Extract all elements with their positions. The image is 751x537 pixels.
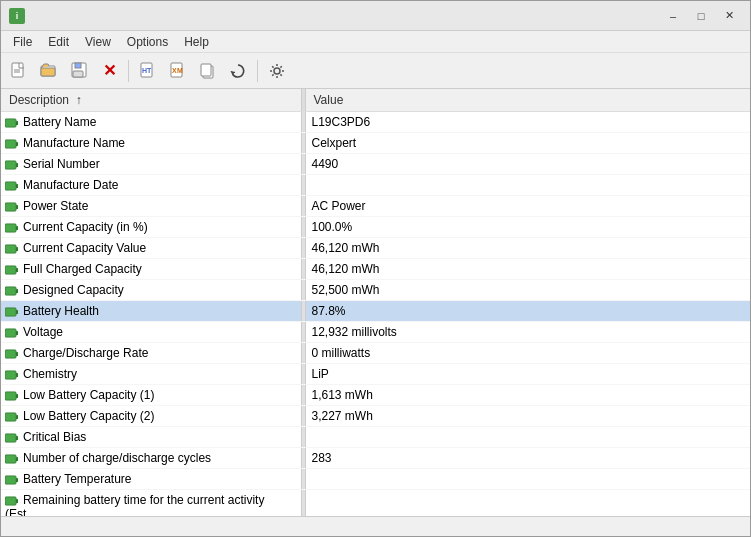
- svg-rect-70: [6, 477, 15, 483]
- table-row[interactable]: Critical Bias: [1, 427, 750, 448]
- svg-rect-45: [16, 310, 18, 314]
- svg-text:M: M: [177, 67, 183, 74]
- desc-cell: Current Capacity (in %): [1, 217, 301, 238]
- toolbar-refresh[interactable]: [224, 57, 252, 85]
- desc-text: Critical Bias: [23, 430, 86, 444]
- close-button[interactable]: ✕: [716, 6, 742, 26]
- value-cell: [305, 427, 750, 448]
- desc-cell: Manufacture Name: [1, 133, 301, 154]
- svg-rect-61: [6, 414, 15, 420]
- toolbar-export-html[interactable]: H T: [134, 57, 162, 85]
- svg-rect-60: [16, 415, 18, 419]
- battery-row-icon: [5, 157, 23, 171]
- desc-cell: Current Capacity Value: [1, 238, 301, 259]
- table-row[interactable]: Battery Health87.8%: [1, 301, 750, 322]
- table-row[interactable]: Manufacture Date: [1, 175, 750, 196]
- battery-row-icon: [5, 241, 23, 255]
- menu-view[interactable]: View: [77, 33, 119, 51]
- value-cell: 52,500 mWh: [305, 280, 750, 301]
- battery-row-icon: [5, 409, 23, 423]
- toolbar-delete[interactable]: ✕: [95, 57, 123, 85]
- menu-edit[interactable]: Edit: [40, 33, 77, 51]
- desc-text: Manufacture Name: [23, 136, 125, 150]
- desc-text: Current Capacity Value: [23, 241, 146, 255]
- table-row[interactable]: ChemistryLiP: [1, 364, 750, 385]
- battery-row-icon: [5, 367, 23, 381]
- battery-row-icon: [5, 346, 23, 360]
- table-row[interactable]: Charge/Discharge Rate0 milliwatts: [1, 343, 750, 364]
- svg-rect-58: [6, 393, 15, 399]
- col-header-value[interactable]: Value: [305, 89, 750, 112]
- battery-row-icon: [5, 472, 23, 486]
- toolbar-open[interactable]: [35, 57, 63, 85]
- desc-cell: Number of charge/discharge cycles: [1, 448, 301, 469]
- svg-rect-40: [6, 267, 15, 273]
- table-row[interactable]: Current Capacity (in %)100.0%: [1, 217, 750, 238]
- col-header-description[interactable]: Description ↑: [1, 89, 301, 112]
- toolbar-settings[interactable]: [263, 57, 291, 85]
- svg-rect-30: [16, 205, 18, 209]
- desc-text: Number of charge/discharge cycles: [23, 451, 211, 465]
- menu-options[interactable]: Options: [119, 33, 176, 51]
- svg-rect-49: [6, 330, 15, 336]
- table-row[interactable]: Serial Number4490: [1, 154, 750, 175]
- main-window: i – □ ✕ File Edit View Options Help: [0, 0, 751, 537]
- status-bar: [1, 516, 750, 536]
- table-row[interactable]: Designed Capacity52,500 mWh: [1, 280, 750, 301]
- desc-text: Serial Number: [23, 157, 100, 171]
- table-row[interactable]: Number of charge/discharge cycles283: [1, 448, 750, 469]
- table-row[interactable]: Current Capacity Value46,120 mWh: [1, 238, 750, 259]
- table-row[interactable]: Battery Temperature: [1, 469, 750, 490]
- value-cell: 4490: [305, 154, 750, 175]
- table-row[interactable]: Low Battery Capacity (1)1,613 mWh: [1, 385, 750, 406]
- svg-rect-69: [16, 478, 18, 482]
- desc-cell: Manufacture Date: [1, 175, 301, 196]
- svg-rect-46: [6, 309, 15, 315]
- desc-cell: Low Battery Capacity (2): [1, 406, 301, 427]
- toolbar-save[interactable]: [65, 57, 93, 85]
- toolbar-new[interactable]: [5, 57, 33, 85]
- svg-rect-54: [16, 373, 18, 377]
- svg-rect-57: [16, 394, 18, 398]
- table-row[interactable]: Power StateAC Power: [1, 196, 750, 217]
- table-row[interactable]: Low Battery Capacity (2)3,227 mWh: [1, 406, 750, 427]
- svg-rect-33: [16, 226, 18, 230]
- desc-text: Power State: [23, 199, 88, 213]
- desc-text: Battery Temperature: [23, 472, 132, 486]
- value-cell: LiP: [305, 364, 750, 385]
- table-row[interactable]: Full Charged Capacity46,120 mWh: [1, 259, 750, 280]
- battery-row-icon: [5, 430, 23, 444]
- table-row[interactable]: Battery NameL19C3PD6: [1, 112, 750, 133]
- table-row[interactable]: Manufacture NameCelxpert: [1, 133, 750, 154]
- menu-file[interactable]: File: [5, 33, 40, 51]
- window-controls: – □ ✕: [660, 6, 742, 26]
- value-cell: L19C3PD6: [305, 112, 750, 133]
- svg-rect-22: [6, 141, 15, 147]
- battery-row-icon: [5, 388, 23, 402]
- menu-bar: File Edit View Options Help: [1, 31, 750, 53]
- desc-text: Voltage: [23, 325, 63, 339]
- title-bar: i – □ ✕: [1, 1, 750, 31]
- svg-rect-6: [75, 63, 81, 68]
- maximize-button[interactable]: □: [688, 6, 714, 26]
- svg-rect-25: [6, 162, 15, 168]
- svg-rect-19: [6, 120, 15, 126]
- toolbar-copy[interactable]: [194, 57, 222, 85]
- value-cell: 100.0%: [305, 217, 750, 238]
- toolbar-separator-2: [257, 60, 258, 82]
- desc-text: Battery Health: [23, 304, 99, 318]
- battery-row-icon: [5, 325, 23, 339]
- menu-help[interactable]: Help: [176, 33, 217, 51]
- svg-rect-36: [16, 247, 18, 251]
- toolbar-export-xml[interactable]: X M: [164, 57, 192, 85]
- battery-row-icon: [5, 178, 23, 192]
- svg-rect-31: [6, 204, 15, 210]
- table-row[interactable]: Remaining battery time for the current a…: [1, 490, 750, 517]
- value-cell: [305, 490, 750, 517]
- battery-row-icon: [5, 304, 23, 318]
- table-row[interactable]: Voltage12,932 millivolts: [1, 322, 750, 343]
- svg-rect-52: [6, 351, 15, 357]
- desc-text: Low Battery Capacity (2): [23, 409, 154, 423]
- minimize-button[interactable]: –: [660, 6, 686, 26]
- content-area[interactable]: Description ↑ Value Battery NameL19C3PD6…: [1, 89, 750, 516]
